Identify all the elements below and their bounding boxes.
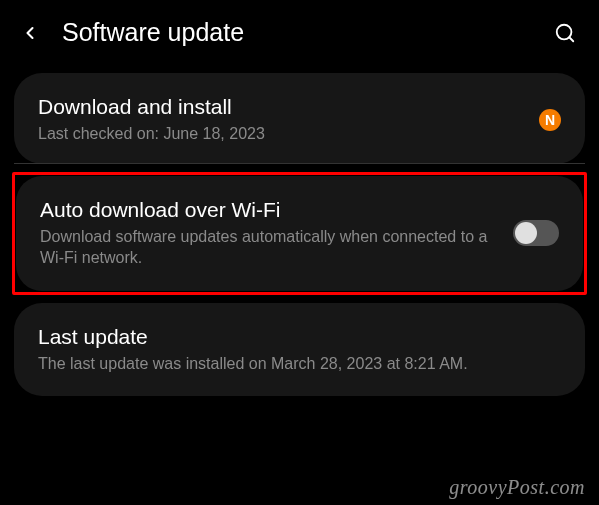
- notification-badge: N: [539, 109, 561, 131]
- auto-download-text: Auto download over Wi-Fi Download softwa…: [40, 198, 497, 269]
- svg-line-1: [569, 37, 573, 41]
- download-install-text: Download and install Last checked on: Ju…: [38, 95, 527, 145]
- back-button[interactable]: [16, 19, 44, 47]
- download-install-title: Download and install: [38, 95, 527, 119]
- highlight-box: Auto download over Wi-Fi Download softwa…: [12, 172, 587, 295]
- auto-download-row[interactable]: Auto download over Wi-Fi Download softwa…: [40, 198, 559, 269]
- auto-download-subtitle: Download software updates automatically …: [40, 226, 497, 269]
- last-update-subtitle: The last update was installed on March 2…: [38, 353, 561, 375]
- search-button[interactable]: [551, 19, 579, 47]
- download-install-card: Download and install Last checked on: Ju…: [14, 73, 585, 164]
- chevron-left-icon: [20, 23, 40, 43]
- last-update-row[interactable]: Last update The last update was installe…: [38, 325, 561, 375]
- download-install-row[interactable]: Download and install Last checked on: Ju…: [38, 95, 561, 145]
- last-update-title: Last update: [38, 325, 561, 349]
- search-icon: [554, 22, 576, 44]
- last-update-text: Last update The last update was installe…: [38, 325, 561, 375]
- app-header: Software update: [0, 0, 599, 65]
- toggle-knob: [515, 222, 537, 244]
- watermark: groovyPost.com: [449, 476, 585, 499]
- auto-download-toggle[interactable]: [513, 220, 559, 246]
- page-title: Software update: [62, 18, 551, 47]
- last-update-card: Last update The last update was installe…: [14, 303, 585, 397]
- auto-download-card: Auto download over Wi-Fi Download softwa…: [16, 176, 583, 291]
- download-install-subtitle: Last checked on: June 18, 2023: [38, 123, 527, 145]
- divider: [14, 163, 585, 164]
- auto-download-title: Auto download over Wi-Fi: [40, 198, 497, 222]
